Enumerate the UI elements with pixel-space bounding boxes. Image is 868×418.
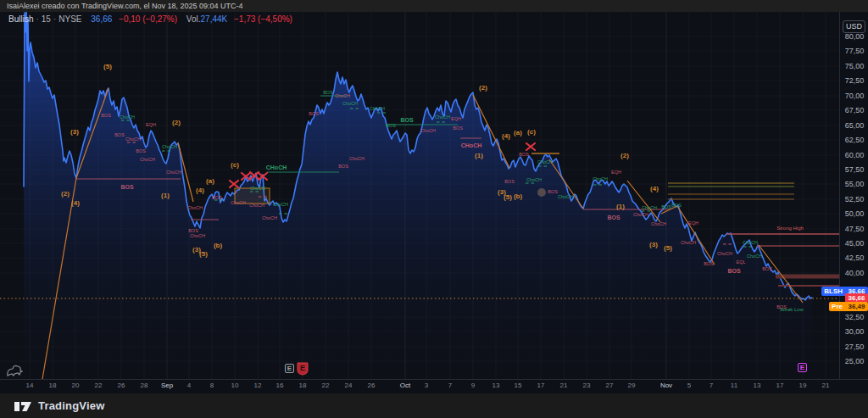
tradingview-window: IsaiAlexei creado con TradingView.com, e… — [0, 0, 868, 418]
structure-label: ChoCH — [651, 221, 666, 226]
price-chart-canvas[interactable]: (5)(3)(2)(2)(4)(1)(a)(4)(c)(b)(3)(5)(2)(… — [0, 12, 839, 379]
wave-label[interactable]: (4) — [650, 185, 659, 192]
price-axis-label: 32,50 — [840, 313, 868, 321]
watermark-bar: IsaiAlexei creado con TradingView.com, e… — [0, 0, 868, 12]
time-axis-label: 15 — [508, 382, 528, 389]
time-axis-label: 28 — [134, 382, 154, 389]
dinosaur-doodle[interactable] — [4, 361, 23, 378]
structure-label: ChoCH — [537, 159, 553, 164]
earnings-icon[interactable]: E — [285, 364, 294, 373]
wave-label[interactable]: (5) — [199, 250, 208, 258]
wave-label[interactable]: (1) — [161, 192, 170, 199]
structure-label: BOS — [704, 261, 714, 266]
structure-label: ChoCH — [342, 101, 358, 106]
wave-label[interactable]: (2) — [620, 152, 629, 159]
currency-selector[interactable]: USD — [843, 20, 865, 33]
footer-bar: TradingView — [0, 393, 868, 418]
structure-label: ChoCH — [633, 212, 648, 217]
structure-label: BOS — [762, 266, 772, 271]
wave-label[interactable]: (5) — [103, 63, 112, 70]
structure-label: BOS — [114, 132, 125, 137]
structure-label: BOS — [519, 152, 529, 157]
price-badge-premarket[interactable]: Pre36,49 — [829, 302, 868, 311]
tradingview-wordmark[interactable]: TradingView — [38, 399, 105, 412]
structure-label: BOS — [309, 111, 319, 116]
time-axis-label: 10 — [225, 382, 245, 389]
time-axis-label: 21 — [554, 382, 574, 389]
legend-separator: · — [53, 14, 56, 24]
earnings-upcoming-icon[interactable]: E — [798, 363, 807, 372]
wave-label[interactable]: (4) — [196, 187, 204, 194]
time-axis-label: 18 — [42, 382, 63, 389]
wave-label[interactable]: (a) — [206, 177, 214, 185]
wave-label[interactable]: (4) — [502, 132, 510, 140]
price-axis-label: 55,00 — [840, 180, 868, 188]
structure-label: BOS — [101, 113, 111, 118]
earnings-shield-icon[interactable]: E — [297, 362, 309, 376]
structure-label: BOS — [136, 148, 146, 153]
structure-label: BOS — [338, 164, 348, 169]
structure-label: ChoCH — [120, 114, 135, 120]
structure-label: BOS — [386, 123, 396, 128]
price-axis-label: 30,00 — [840, 327, 868, 336]
wave-label[interactable]: (b) — [514, 192, 523, 200]
structure-label: ChoCH — [187, 205, 203, 210]
wave-label[interactable]: (c) — [231, 161, 239, 169]
volume-label: Vol. — [186, 14, 201, 24]
wave-label[interactable]: (2) — [61, 190, 70, 198]
price-axis-label: 60,00 — [840, 151, 868, 159]
tradingview-logo-icon[interactable] — [14, 398, 32, 414]
x-cross-mark[interactable] — [526, 143, 535, 150]
time-axis-label: 8 — [202, 382, 222, 389]
time-axis[interactable]: 141820222628Sep4810121618222426Oct379131… — [0, 379, 868, 393]
wave-label[interactable]: (5) — [504, 193, 512, 201]
structure-label: BOS — [212, 195, 222, 200]
watermark-text: IsaiAlexei creado con TradingView.com, e… — [7, 2, 243, 10]
structure-label: ChoCH — [162, 144, 177, 149]
structure-label: Strong High — [776, 226, 804, 231]
price-axis-label: 27,50 — [840, 343, 868, 351]
wave-label[interactable]: (a) — [514, 129, 522, 137]
structure-label: ChoCH — [743, 240, 758, 245]
time-axis-label: 11 — [724, 382, 744, 389]
wave-label[interactable]: (5) — [664, 244, 672, 252]
structure-label: ChoCH — [526, 177, 542, 182]
wave-label[interactable]: (b) — [214, 242, 223, 249]
time-axis-label: 27 — [599, 382, 620, 389]
structure-label: ChoCH — [250, 186, 265, 191]
wave-label[interactable]: (2) — [172, 119, 181, 126]
structure-label: EQL — [736, 259, 745, 265]
structure-label: ChoCH — [166, 170, 181, 175]
price-axis[interactable]: USD 80,0077,5075,0072,5070,0067,5065,006… — [839, 12, 868, 393]
price-axis-label: 42,50 — [840, 254, 868, 262]
wave-label[interactable]: (3) — [649, 241, 658, 248]
structure-label: ChoCH — [262, 215, 277, 220]
wave-label[interactable]: (3) — [70, 128, 79, 136]
symbol-name[interactable]: Bullish — [8, 14, 33, 24]
structure-label: ChoCH — [249, 203, 264, 208]
wave-label[interactable]: (c) — [527, 128, 536, 136]
price-axis-label: 65,00 — [840, 121, 868, 130]
structure-label: ChoCH — [420, 128, 436, 133]
time-axis-label: 9 — [463, 382, 483, 389]
structure-label: EQH — [451, 116, 461, 121]
structure-label: BOS — [607, 215, 620, 220]
brush-dot[interactable] — [537, 188, 546, 197]
symbol-legend[interactable]: Bullish·15·NYSE 36,66 −0,10 (−0,27%) Vol… — [8, 14, 292, 24]
structure-label: EQH — [688, 220, 698, 226]
chart-pane[interactable]: (5)(3)(2)(2)(4)(1)(a)(4)(c)(b)(3)(5)(2)(… — [0, 12, 839, 379]
time-axis-label: 16 — [270, 382, 290, 389]
structure-label: ChoCH — [231, 200, 246, 205]
time-axis-label: 3 — [416, 382, 437, 389]
wave-label[interactable]: (2) — [479, 84, 487, 92]
price-axis-label: 62,50 — [840, 136, 868, 144]
structure-label: ChoCH — [190, 233, 205, 238]
wave-label[interactable]: (1) — [616, 203, 625, 210]
exchange-label: NYSE — [58, 14, 81, 24]
time-axis-label: 7 — [440, 382, 460, 389]
structure-label: ChoCH — [681, 240, 696, 245]
wave-label[interactable]: (4) — [71, 199, 80, 207]
wave-label[interactable]: (1) — [475, 152, 483, 159]
structure-label: ChoCH — [642, 205, 657, 210]
interval-label[interactable]: 15 — [42, 14, 51, 24]
